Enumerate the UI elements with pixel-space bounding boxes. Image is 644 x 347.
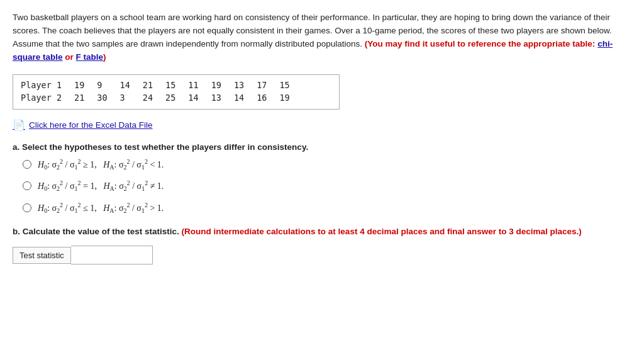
- radio-option-1[interactable]: [23, 160, 31, 169]
- p2-v2: 30: [91, 91, 113, 104]
- hypotheses-group: H0: σ22 / σ12 ≥ 1, HA: σ22 / σ12 < 1. H0…: [23, 158, 631, 214]
- p2-v3: 3: [114, 91, 136, 104]
- excel-icon: 📄: [13, 119, 25, 131]
- player1-label: Player 1: [18, 79, 68, 91]
- data-table-wrapper: Player 1 19 9 14 21 15 11 19 13 17 15 Pl…: [13, 74, 340, 110]
- hypothesis-option-3: H0: σ22 / σ12 ≤ 1, HA: σ22 / σ12 > 1.: [23, 202, 631, 214]
- excel-link-text[interactable]: Click here for the Excel Data File: [29, 120, 153, 130]
- data-table: Player 1 19 9 14 21 15 11 19 13 17 15 Pl…: [18, 79, 296, 104]
- hypothesis-option-2: H0: σ22 / σ12 = 1, HA: σ22 / σ12 ≠ 1.: [23, 179, 631, 192]
- f-table-link[interactable]: F table: [76, 52, 104, 62]
- p1-v10: 15: [273, 79, 296, 91]
- test-statistic-input[interactable]: [71, 246, 153, 265]
- p1-v7: 19: [205, 79, 228, 91]
- part-b-label: b. Calculate the value of the test stati…: [13, 225, 631, 238]
- p1-v8: 13: [228, 79, 250, 91]
- intro-paragraph: Two basketball players on a school team …: [13, 11, 631, 64]
- p2-v9: 16: [250, 91, 273, 104]
- p1-v6: 11: [182, 79, 204, 91]
- p1-v3: 14: [114, 79, 136, 91]
- p2-v10: 19: [273, 91, 296, 104]
- p2-v5: 25: [159, 91, 182, 104]
- excel-link-row[interactable]: 📄 Click here for the Excel Data File: [13, 119, 631, 131]
- intro-close-paren: ): [103, 52, 106, 62]
- p1-v5: 15: [159, 79, 182, 91]
- p2-v6: 14: [182, 91, 204, 104]
- part-b-instruction: (Round intermediate calculations to at l…: [182, 227, 582, 236]
- p2-v7: 13: [205, 91, 228, 104]
- part-a-label: a. Select the hypotheses to test whether…: [13, 142, 631, 152]
- table-row-player2: Player 2 21 30 3 24 25 14 13 14 16 19: [18, 91, 296, 104]
- intro-or: or: [63, 52, 76, 62]
- part-b-bold-label: b. Calculate the value of the test stati…: [13, 227, 582, 236]
- table-row-player1: Player 1 19 9 14 21 15 11 19 13 17 15: [18, 79, 296, 91]
- p1-v9: 17: [250, 79, 273, 91]
- radio-option-3[interactable]: [23, 203, 31, 212]
- p1-v4: 21: [136, 79, 159, 91]
- p2-v8: 14: [228, 91, 250, 104]
- player2-label: Player 2: [18, 91, 68, 104]
- hypothesis-text-3: H0: σ22 / σ12 ≤ 1, HA: σ22 / σ12 > 1.: [38, 202, 164, 214]
- hypothesis-text-1: H0: σ22 / σ12 ≥ 1, HA: σ22 / σ12 < 1.: [38, 158, 164, 171]
- hypothesis-option-1: H0: σ22 / σ12 ≥ 1, HA: σ22 / σ12 < 1.: [23, 158, 631, 171]
- p1-v1: 19: [68, 79, 91, 91]
- part-b-section: b. Calculate the value of the test stati…: [13, 225, 631, 265]
- p2-v1: 21: [68, 91, 91, 104]
- test-statistic-row: Test statistic: [13, 246, 631, 265]
- intro-bold-part: (You may find it useful to reference the…: [365, 39, 597, 48]
- p2-v4: 24: [136, 91, 159, 104]
- hypothesis-text-2: H0: σ22 / σ12 = 1, HA: σ22 / σ12 ≠ 1.: [38, 179, 164, 192]
- radio-option-2[interactable]: [23, 181, 31, 190]
- part-a-section: a. Select the hypotheses to test whether…: [13, 142, 631, 214]
- test-statistic-label: Test statistic: [13, 247, 71, 264]
- p1-v2: 9: [91, 79, 113, 91]
